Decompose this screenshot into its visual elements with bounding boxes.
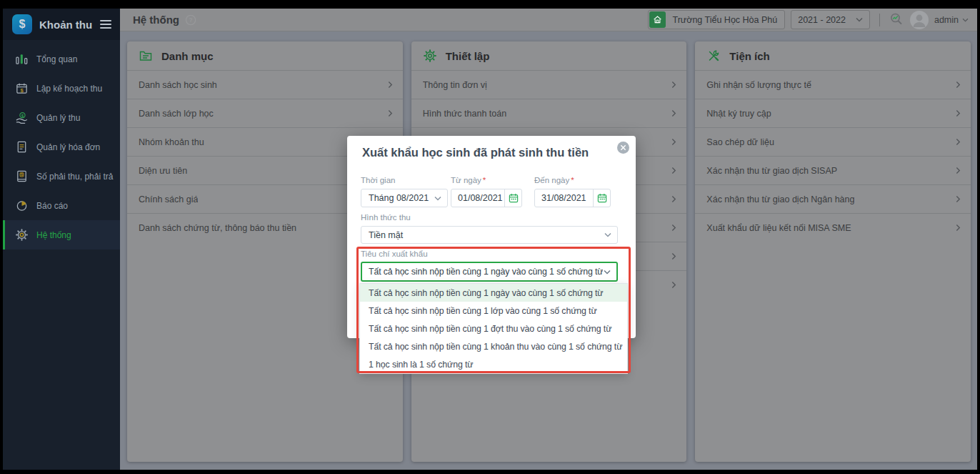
list-item[interactable]: Sao chép dữ liệu xyxy=(695,127,971,156)
school-year-select[interactable]: 2021 - 2022 xyxy=(791,10,870,29)
hamburger-icon[interactable] xyxy=(100,20,111,29)
den-ngay-input[interactable]: 31/08/2021 xyxy=(534,189,611,207)
list-item[interactable]: Xác nhận thu từ giao dịch SISAP xyxy=(695,156,971,184)
chevron-right-icon xyxy=(956,109,961,117)
list-item[interactable]: Thông tin đơn vị xyxy=(411,70,687,99)
dropdown-option[interactable]: Tất cả học sinh nộp tiền cùng 1 ngày vào… xyxy=(360,284,627,302)
modal-title: Xuất khẩu học sinh đã phát sinh thu tiền xyxy=(362,146,589,159)
sidebar-item-so-phai-thu-phai-tra[interactable]: $ Số phải thu, phải trả xyxy=(3,162,120,191)
calendar-money-icon: $ xyxy=(14,82,29,96)
field-tu-ngay: Từ ngày* 01/08/2021 xyxy=(451,176,522,207)
school-name: Trường Tiểu Học Hòa Phú xyxy=(672,15,777,25)
required-marker: * xyxy=(571,176,574,184)
chevron-right-icon xyxy=(956,138,961,146)
chevron-right-icon xyxy=(671,167,676,174)
home-icon xyxy=(649,11,666,28)
app-logo-dollar-icon: $ xyxy=(12,14,32,34)
chevron-right-icon xyxy=(671,252,676,260)
thoi-gian-select[interactable]: Tháng 08/2021 xyxy=(361,189,448,207)
tools-icon xyxy=(706,49,721,63)
tieu-chi-dropdown-list: Tất cả học sinh nộp tiền cùng 1 ngày vào… xyxy=(359,283,628,374)
chevron-right-icon xyxy=(671,138,676,146)
export-students-modal: Xuất khẩu học sinh đã phát sinh thu tiền… xyxy=(347,136,636,338)
sidebar-item-quan-ly-thu[interactable]: $ Quản lý thu xyxy=(3,103,120,132)
svg-text:?: ? xyxy=(189,16,192,24)
close-icon[interactable] xyxy=(617,142,629,154)
invoice-icon xyxy=(14,140,29,154)
sidebar-item-he-thong[interactable]: Hệ thống xyxy=(3,220,120,250)
card-header: Thiết lập xyxy=(411,41,687,70)
avatar[interactable] xyxy=(910,11,929,29)
sidebar-header: $ Khoản thu xyxy=(3,9,120,40)
sidebar-item-label: Hệ thống xyxy=(36,230,71,240)
app-title: Khoản thu xyxy=(39,19,100,31)
list-item[interactable]: Hình thức thanh toán xyxy=(411,99,687,127)
calendar-icon[interactable] xyxy=(504,189,521,207)
field-label: Hình thức thu xyxy=(361,213,618,222)
sidebar-item-label: Báo cáo xyxy=(36,201,68,211)
chevron-right-icon xyxy=(956,167,961,174)
hinh-thuc-thu-select[interactable]: Tiền mặt xyxy=(361,226,618,244)
school-year-value: 2021 - 2022 xyxy=(798,15,846,25)
list-item[interactable]: Ghi nhận số lượng thực tế xyxy=(695,70,971,99)
pie-chart-icon xyxy=(14,199,29,213)
list-item[interactable]: Xuất khẩu dữ liệu kết nối MISA SME xyxy=(695,213,971,242)
user-menu[interactable]: admin xyxy=(934,15,969,25)
gear-icon xyxy=(14,228,29,242)
svg-text:$: $ xyxy=(21,172,23,177)
ledger-icon: $ xyxy=(14,169,29,184)
list-item[interactable]: Xác nhận thu từ giao dịch Ngân hàng xyxy=(695,184,971,213)
gear-icon xyxy=(423,49,437,63)
svg-text:$: $ xyxy=(21,113,24,118)
field-thoi-gian: Thời gian Tháng 08/2021 xyxy=(361,176,448,207)
tu-ngay-input[interactable]: 01/08/2021 xyxy=(451,189,522,207)
dropdown-option[interactable]: 1 học sinh là 1 số chứng từ xyxy=(360,355,627,373)
dropdown-option[interactable]: Tất cả học sinh nộp tiền cùng 1 đợt thu … xyxy=(360,320,627,337)
chevron-down-icon xyxy=(434,196,441,201)
bar-chart-icon xyxy=(14,52,29,66)
field-label: Đến ngày* xyxy=(534,176,611,184)
collect-money-icon: $ xyxy=(14,111,29,125)
chevron-right-icon xyxy=(388,81,393,89)
chevron-right-icon xyxy=(671,224,676,232)
chevron-down-icon xyxy=(962,18,969,22)
chevron-right-icon xyxy=(671,281,676,289)
card-tien-ich: Tiện ích Ghi nhận số lượng thực tế Nhật … xyxy=(695,41,971,462)
sidebar-item-label: Quản lý thu xyxy=(36,113,80,123)
school-button[interactable]: Trường Tiểu Học Hòa Phú xyxy=(648,10,785,29)
sidebar-item-label: Tổng quan xyxy=(36,54,77,64)
list-item[interactable]: Danh sách lớp học xyxy=(127,99,403,127)
list-item[interactable]: Nhật ký truy cập xyxy=(695,99,971,127)
sidebar-item-tong-quan[interactable]: Tổng quan xyxy=(3,44,120,74)
sidebar-item-label: Quản lý hóa đơn xyxy=(36,142,100,152)
svg-text:$: $ xyxy=(20,87,24,94)
sidebar-item-bao-cao[interactable]: Báo cáo xyxy=(3,191,120,220)
field-den-ngay: Đến ngày* 31/08/2021 xyxy=(534,176,611,207)
sidebar-item-quan-ly-hoa-don[interactable]: Quản lý hóa đơn xyxy=(3,132,120,162)
chevron-right-icon xyxy=(956,81,961,89)
sidebar-item-label: Số phải thu, phải trả xyxy=(36,172,113,182)
calendar-icon[interactable] xyxy=(593,189,610,207)
folder-icon xyxy=(139,49,153,63)
chevron-down-icon xyxy=(604,232,611,237)
dropdown-option[interactable]: Tất cả học sinh nộp tiền cùng 1 lớp vào … xyxy=(360,302,627,320)
sidebar-item-label: Lập kế hoạch thu xyxy=(36,84,102,94)
chevron-right-icon xyxy=(671,195,676,203)
field-label: Từ ngày* xyxy=(451,176,522,184)
chevron-down-icon xyxy=(604,270,611,275)
chevron-right-icon xyxy=(388,109,393,117)
sidebar: $ Khoản thu Tổng quan $ Lập kế hoạch thu… xyxy=(3,9,120,470)
card-title: Tiện ích xyxy=(729,50,769,62)
search-icon[interactable] xyxy=(889,12,904,27)
topbar-right: Trường Tiểu Học Hòa Phú 2021 - 2022 admi… xyxy=(648,10,969,29)
field-label: Tiêu chí xuất khẩu xyxy=(361,250,428,258)
sidebar-nav: Tổng quan $ Lập kế hoạch thu $ Quản lý t… xyxy=(3,40,120,250)
sidebar-item-lap-ke-hoach-thu[interactable]: $ Lập kế hoạch thu xyxy=(3,74,120,103)
help-icon[interactable]: ? xyxy=(185,14,196,26)
dropdown-option[interactable]: Tất cả học sinh nộp tiền cùng 1 khoản th… xyxy=(360,337,627,355)
card-title: Thiết lập xyxy=(446,50,490,62)
tieu-chi-combobox[interactable]: Tất cả học sinh nộp tiền cùng 1 ngày vào… xyxy=(361,262,618,282)
page-title: Hệ thống xyxy=(133,14,179,26)
list-item[interactable]: Danh sách học sinh xyxy=(127,70,403,99)
username: admin xyxy=(934,15,959,25)
